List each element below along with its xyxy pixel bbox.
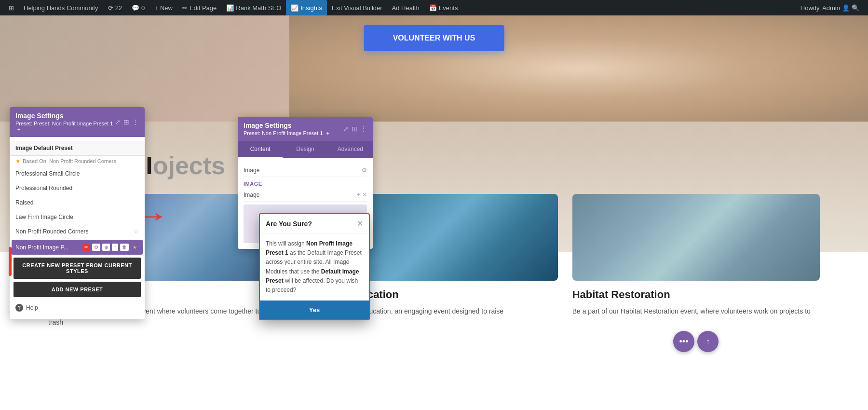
- events-item[interactable]: 📅 Events: [424, 0, 463, 15]
- confirm-body: This will assign Non Profit Image Preset…: [260, 233, 369, 301]
- search-icon[interactable]: 🔍: [852, 4, 859, 12]
- exit-vb-label: Exit Visual Builder: [332, 4, 382, 12]
- active-preset-icons: ✏ ⚙ ⊕ ↑ 🗑 ★: [82, 244, 139, 251]
- avatar[interactable]: 👤: [842, 4, 850, 12]
- confirm-body-text1: This will assign: [266, 240, 306, 247]
- delete-preset-icon[interactable]: 🗑: [120, 244, 129, 251]
- panel-header-left: Image Settings Preset: Preset: Non Profi…: [10, 107, 145, 137]
- preset-item-4[interactable]: Non Profit Rounded Corners ☆: [10, 224, 145, 239]
- more-icon[interactable]: ⋮: [132, 118, 139, 126]
- preset-label-1: Professional Rounded: [15, 185, 72, 191]
- tab-design[interactable]: Design: [283, 141, 327, 158]
- popup-preset-label: Preset: Non Profit Image Preset 1: [244, 130, 323, 136]
- insights-item[interactable]: 📈 Insights: [286, 0, 327, 15]
- preset-star-4[interactable]: ☆: [134, 228, 139, 235]
- tab-content[interactable]: Content: [238, 141, 283, 158]
- popup-row-label-1: Image: [244, 167, 259, 174]
- image-settings-panel-left: Image Settings Preset: Preset: Non Profi…: [10, 107, 145, 319]
- edit-page-item[interactable]: ✏ Edit Page: [177, 0, 221, 15]
- popup-row-gear-icon[interactable]: ⚙: [362, 167, 367, 174]
- confirm-yes-btn[interactable]: Yes: [260, 301, 369, 319]
- popup-header-text: Image Settings Preset: Non Profit Image …: [244, 122, 329, 136]
- comments-count: 0: [141, 4, 145, 12]
- confirm-title: Are You Sure?: [266, 220, 312, 228]
- ad-health-item[interactable]: Ad Health: [387, 0, 424, 15]
- rank-math-icon: 📊: [226, 4, 234, 12]
- programs-title: Current Iojects: [48, 152, 820, 179]
- popup-pin-icon[interactable]: ⊞: [352, 125, 357, 133]
- updates-count: 22: [115, 4, 122, 12]
- pin-icon[interactable]: ⊞: [123, 118, 129, 126]
- edit-preset-icon[interactable]: ✏: [82, 244, 90, 251]
- popup-more-icon[interactable]: ⋮: [360, 125, 367, 133]
- adminbar-right: Howdy, Admin 👤 🔍: [796, 4, 864, 12]
- cta-button[interactable]: VOLUNTEER WITH US: [364, 25, 504, 51]
- card-desc-habitat: Be a part of our Habitat Restoration eve…: [572, 306, 820, 316]
- calendar-icon: 📅: [429, 4, 437, 12]
- rank-math-label: Rank Math SEO: [236, 4, 281, 12]
- preset-item-1[interactable]: Professional Rounded: [10, 181, 145, 195]
- preset-label-2: Raised: [15, 199, 33, 206]
- howdy-label: Howdy, Admin: [800, 4, 840, 12]
- preset-item-2[interactable]: Raised: [10, 195, 145, 210]
- preset-label-5: Non Profit Image P...: [15, 244, 68, 251]
- create-preset-btn[interactable]: CREATE NEW PRESET FROM CURRENT STYLES: [14, 258, 141, 279]
- wp-logo[interactable]: ⊞: [4, 0, 19, 15]
- popup-row-1: Image + ⚙: [244, 164, 367, 177]
- comments-icon: 💬: [132, 4, 139, 12]
- popup-row-close-icon-2[interactable]: ✕: [362, 191, 367, 198]
- preset-plus[interactable]: +: [17, 126, 20, 132]
- popup-header-icons: ⤢ ⊞ ⋮: [343, 125, 367, 133]
- preset-label-4: Non Profit Rounded Corners: [15, 228, 88, 235]
- tab-advanced[interactable]: Advanced: [328, 141, 373, 158]
- programs-label: PROGRAMS: [48, 141, 820, 148]
- popup-row-add-icon[interactable]: +: [356, 167, 360, 174]
- events-label: Events: [439, 4, 458, 12]
- insights-icon: 📈: [291, 4, 298, 12]
- star-preset-icon[interactable]: ★: [131, 244, 139, 251]
- confirm-close-btn[interactable]: ✕: [357, 219, 363, 228]
- popup-row-2: Image + ✕: [244, 189, 367, 202]
- confirm-dialog: Are You Sure? ✕ This will assign Non Pro…: [259, 213, 370, 320]
- popup-title: Image Settings: [244, 122, 329, 129]
- page-background: VOLUNTEER WITH US PROGRAMS Current Iojec…: [0, 15, 868, 410]
- panel-subtitle-left: Preset: Preset: Non Profit Image Preset …: [15, 121, 115, 132]
- add-preset-btn[interactable]: ADD NEW PRESET: [14, 282, 141, 297]
- stats-float-btn[interactable]: ↑: [697, 331, 719, 352]
- preset-item-0[interactable]: Professional Small Circle: [10, 166, 145, 181]
- site-name-label: Helping Hands Community: [24, 4, 98, 12]
- star-icon: ★: [15, 158, 21, 164]
- rank-math-item[interactable]: 📊 Rank Math SEO: [221, 0, 286, 15]
- card-habitat[interactable]: Habitat Restoration Be a part of our Hab…: [572, 194, 820, 328]
- popup-maximize-icon[interactable]: ⤢: [343, 125, 349, 133]
- duplicate-preset-icon[interactable]: ⊕: [102, 244, 110, 251]
- stats-icon: ↑: [706, 337, 710, 346]
- new-item[interactable]: + New: [149, 0, 177, 15]
- updates-item[interactable]: ⟳ 22: [103, 0, 127, 15]
- help-section[interactable]: ? Help: [10, 300, 145, 315]
- maximize-icon[interactable]: ⤢: [115, 118, 121, 126]
- popup-row-icons-2: + ✕: [357, 191, 367, 198]
- plus-icon: +: [154, 4, 158, 12]
- panel-body: Image Default Preset ★ Based On: Non Pro…: [10, 137, 145, 319]
- popup-preset-plus[interactable]: +: [326, 130, 329, 136]
- comments-item[interactable]: 💬 0: [127, 0, 149, 15]
- preset-name-text: Preset: Non Profit Image Preset 1: [34, 121, 113, 126]
- pencil-icon: ✏: [182, 4, 188, 12]
- exit-visual-builder-item[interactable]: Exit Visual Builder: [327, 0, 387, 15]
- popup-row-add-icon-2[interactable]: +: [357, 191, 360, 198]
- export-preset-icon[interactable]: ↑: [112, 244, 118, 251]
- tab-design-label: Design: [296, 146, 314, 152]
- wp-icon: ⊞: [9, 4, 14, 12]
- edit-handle[interactable]: [9, 247, 12, 276]
- preset-item-5-active[interactable]: Non Profit Image P... ✏ ⚙ ⊕ ↑ 🗑 ★: [12, 240, 143, 255]
- popup-row-label-2: Image: [244, 191, 259, 198]
- panel-header-icons: ⤢ ⊞ ⋮: [115, 118, 139, 126]
- preset-subtitle-text: Preset:: [15, 121, 34, 126]
- settings-preset-icon[interactable]: ⚙: [92, 244, 100, 251]
- tab-advanced-label: Advanced: [338, 146, 363, 152]
- habitat-image: [572, 194, 820, 281]
- preset-item-3[interactable]: Law Firm Image Circle: [10, 210, 145, 224]
- chat-float-btn[interactable]: •••: [673, 331, 694, 352]
- site-name[interactable]: Helping Hands Community: [19, 0, 103, 15]
